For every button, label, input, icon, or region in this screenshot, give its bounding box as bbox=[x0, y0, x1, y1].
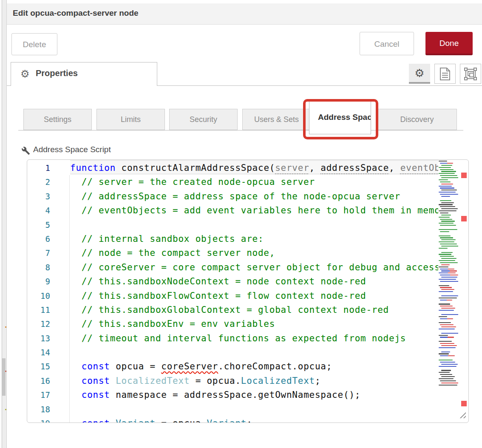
minimap-row bbox=[439, 248, 448, 249]
edit-node-dialog: Edit opcua-compact-server node Delete Ca… bbox=[0, 0, 482, 448]
minimap-row bbox=[441, 184, 453, 184]
tab-discovery[interactable]: Discovery bbox=[377, 109, 457, 130]
cancel-button[interactable]: Cancel bbox=[360, 32, 414, 55]
minimap-row bbox=[441, 345, 457, 346]
minimap-row bbox=[439, 161, 447, 162]
error-marker[interactable] bbox=[461, 173, 467, 178]
line-number: 7 bbox=[27, 246, 50, 260]
minimap-row bbox=[440, 231, 449, 232]
minimap-row bbox=[440, 175, 457, 176]
minimap-row bbox=[439, 223, 454, 224]
code-line[interactable]: // eventObjects = add event variables he… bbox=[70, 204, 438, 218]
background-scrollbar-thumb[interactable] bbox=[2, 358, 6, 396]
minimap-row bbox=[440, 362, 455, 363]
minimap-row bbox=[441, 258, 456, 259]
code-line[interactable] bbox=[70, 403, 438, 417]
code-lines[interactable]: function constructAlarmAddressSpace(serv… bbox=[70, 161, 438, 423]
minimap-row bbox=[439, 235, 451, 236]
minimap-row bbox=[440, 169, 454, 170]
workspace-edge bbox=[0, 0, 7, 448]
minimap-row bbox=[441, 295, 458, 296]
minimap-row bbox=[439, 360, 453, 360]
node-tabs-baseline bbox=[18, 130, 463, 130]
code-line[interactable]: // this.sandboxFlowContext = flow contex… bbox=[70, 289, 438, 303]
code-line[interactable]: // server = the created node-opcua serve… bbox=[70, 175, 438, 189]
delete-button[interactable]: Delete bbox=[11, 33, 57, 55]
line-number: 12 bbox=[27, 317, 50, 331]
minimap-row bbox=[439, 372, 450, 373]
appearance-icon-button[interactable] bbox=[460, 64, 481, 84]
minimap-row bbox=[441, 208, 458, 209]
line-number-gutter: 12345678910111213141516171819 bbox=[27, 161, 50, 423]
minimap-row bbox=[439, 279, 456, 280]
code-line[interactable]: const opcua = coreServer.choreCompact.op… bbox=[70, 360, 438, 374]
description-icon-button[interactable] bbox=[434, 64, 456, 84]
line-number: 8 bbox=[27, 261, 50, 275]
code-line[interactable]: function constructAlarmAddressSpace(serv… bbox=[70, 161, 438, 175]
code-line[interactable]: const LocalizedText = opcua.LocalizedTex… bbox=[70, 374, 438, 388]
line-number: 2 bbox=[27, 175, 50, 189]
error-marker[interactable] bbox=[461, 401, 467, 406]
code-editor[interactable]: 12345678910111213141516171819 function c… bbox=[27, 159, 469, 423]
minimap-row bbox=[440, 287, 452, 288]
code-line[interactable]: // internal sandbox objects are: bbox=[70, 232, 438, 246]
code-line[interactable]: const Variant = opcua.Variant; bbox=[70, 417, 438, 423]
minimap-row bbox=[439, 322, 451, 323]
code-line[interactable]: // addressSpace = address space of the n… bbox=[70, 190, 438, 204]
minimap-row bbox=[440, 163, 453, 164]
minimap-row bbox=[439, 316, 447, 317]
tab-properties[interactable]: ⚙ Properties bbox=[11, 62, 157, 86]
code-line[interactable]: // coreServer = core compact server obje… bbox=[70, 261, 438, 275]
overview-ruler[interactable] bbox=[458, 160, 468, 422]
minimap-row bbox=[439, 285, 449, 286]
minimap-row bbox=[439, 260, 455, 261]
minimap-row bbox=[440, 380, 456, 381]
minimap-row bbox=[441, 264, 450, 265]
minimap-row bbox=[440, 244, 457, 244]
minimap-row bbox=[440, 324, 454, 325]
minimap[interactable] bbox=[439, 161, 458, 390]
minimap-row bbox=[439, 210, 456, 211]
tab-limits[interactable]: Limits bbox=[96, 109, 165, 130]
minimap-row bbox=[439, 267, 448, 267]
minimap-row bbox=[439, 303, 450, 304]
minimap-row bbox=[440, 355, 455, 356]
error-marker[interactable] bbox=[461, 216, 467, 221]
minimap-row bbox=[439, 385, 457, 386]
tab-address-space[interactable]: Address Space bbox=[309, 100, 371, 134]
line-number: 9 bbox=[27, 275, 50, 289]
minimap-row bbox=[441, 165, 452, 166]
code-line[interactable]: const namespace = addressSpace.getOwnNam… bbox=[70, 388, 438, 402]
minimap-row bbox=[440, 343, 454, 344]
minimap-row bbox=[440, 194, 458, 195]
minimap-row bbox=[440, 374, 452, 375]
wrench-icon bbox=[21, 146, 30, 155]
minimap-row bbox=[441, 376, 455, 377]
gear-icon: ⚙ bbox=[20, 68, 30, 80]
properties-icon-button[interactable]: ⚙ bbox=[409, 64, 430, 84]
line-number: 6 bbox=[27, 232, 50, 246]
tab-settings[interactable]: Settings bbox=[23, 109, 92, 130]
minimap-row bbox=[441, 171, 456, 172]
section-label: Address Space Script bbox=[33, 145, 111, 154]
code-line[interactable] bbox=[70, 218, 438, 232]
dialog-title: Edit opcua-compact-server node bbox=[13, 9, 139, 18]
line-number: 18 bbox=[27, 403, 50, 417]
code-line[interactable]: // this.sandboxNodeContext = node contex… bbox=[70, 275, 438, 289]
done-button[interactable]: Done bbox=[425, 32, 473, 55]
code-line[interactable]: // this.sandboxGlobalContext = global co… bbox=[70, 303, 438, 317]
line-number: 1 bbox=[27, 161, 50, 175]
code-line[interactable]: // timeout and interval functions as exp… bbox=[70, 332, 438, 346]
minimap-row bbox=[439, 192, 456, 193]
code-line[interactable] bbox=[70, 346, 438, 360]
code-line[interactable]: // this.sandboxEnv = env variables bbox=[70, 317, 438, 331]
tab-users-sets[interactable]: Users & Sets bbox=[242, 109, 311, 130]
code-line[interactable]: // node = the compact server node, bbox=[70, 246, 438, 260]
tab-security[interactable]: Security bbox=[169, 109, 238, 130]
gear-icon: ⚙ bbox=[414, 68, 424, 79]
minimap-row bbox=[440, 318, 453, 319]
minimap-row bbox=[439, 347, 456, 348]
minimap-row bbox=[441, 215, 451, 215]
properties-tab-label: Properties bbox=[36, 68, 78, 78]
minimap-row bbox=[440, 237, 453, 238]
